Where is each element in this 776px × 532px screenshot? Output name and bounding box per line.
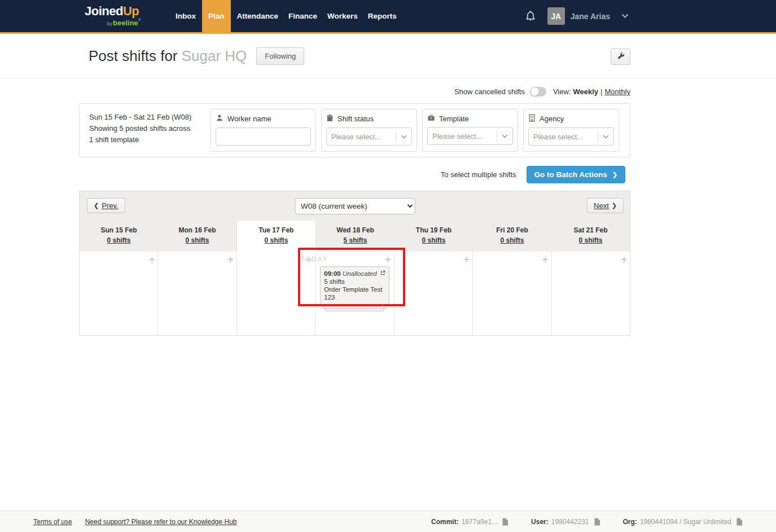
template-select[interactable]: Please select... [427,127,513,145]
add-shift-icon[interactable]: + [542,254,549,265]
nav-item-attendance[interactable]: Attendance [233,0,283,32]
add-shift-icon[interactable]: + [621,254,627,265]
notifications-bell-icon[interactable] [525,10,537,23]
toggle-knob [531,87,539,96]
chevron-down-icon [497,134,512,138]
day-shifts-link-thu[interactable]: 0 shifts [422,236,445,244]
shift-status-label: Shift status [326,114,412,124]
day-name: Sat 21 Feb [551,226,630,234]
shift-time-status: 09:00 Unallocated [324,270,385,278]
agency-select[interactable]: Please select... [528,127,614,146]
add-shift-icon[interactable]: + [227,254,234,265]
shift-status-select[interactable]: Please select... [326,127,412,146]
wrench-icon [616,51,625,62]
document-icon[interactable] [594,518,600,526]
day-name: Thu 19 Feb [394,226,473,234]
add-shift-icon[interactable]: + [385,254,391,265]
logo-text: JoinedUp [85,5,141,17]
worker-name-label: Worker name [216,114,311,124]
page-title: Post shifts for Sugar HQ [89,47,247,65]
day-header-wed: Wed 18 Feb 5 shifts [316,221,394,252]
filter-panel: Sun 15 Feb - Sat 21 Feb (W08) Showing 5 … [79,103,630,157]
week-selector[interactable]: W08 (current week) [295,198,415,214]
day-header-sat: Sat 21 Feb 0 shifts [551,221,630,252]
external-link-icon[interactable] [380,270,386,276]
topbar-right: JA Jane Arias [525,0,628,32]
summary-shift-count: Showing 5 posted shifts across [89,123,205,134]
day-shifts-link-tue[interactable]: 0 shifts [264,236,288,244]
agency-label: Agency [528,114,614,124]
day-name: Fri 20 Feb [473,226,551,234]
user-info: User: 1980442231 [531,518,600,526]
week-navigation: ❮ Prev. W08 (current week) Next ❯ [80,191,630,221]
template-filter: Template Please select... [422,109,518,152]
title-row: Post shifts for Sugar HQ Following [0,34,776,79]
view-weekly-link[interactable]: Weekly [573,87,599,96]
show-cancelled-label: Show cancelled shifts [454,87,525,96]
day-shifts-link-mon[interactable]: 0 shifts [185,236,209,244]
day-cell-sat: + [552,252,630,335]
document-icon[interactable] [502,518,508,526]
shift-count: 5 shifts [324,278,385,285]
day-shifts-link-fri[interactable]: 0 shifts [500,236,524,244]
day-body: + + + TODAY + 09:00 Unallocated 5 shifts [80,252,630,335]
user-icon [216,114,223,124]
template-label: Template [427,114,513,123]
view-separator: | [600,87,602,96]
user-menu-chevron-down-icon[interactable] [622,14,628,18]
view-controls: Show cancelled shifts View: Weekly | Mon… [79,79,630,102]
day-header-sun: Sun 15 Feb 0 shifts [80,221,158,252]
day-cell-sun: + [80,252,158,335]
chevron-right-icon: ❯ [612,202,617,209]
document-icon[interactable] [736,518,743,526]
user-name[interactable]: Jane Arias [571,12,610,21]
terms-of-use-link[interactable]: Terms of use [33,518,72,526]
nav-item-plan[interactable]: Plan [202,0,231,32]
day-cell-tue-today: + TODAY [237,252,315,335]
settings-wrench-button[interactable] [611,49,630,65]
shift-status-filter: Shift status Please select... [321,109,417,152]
day-headers: Sun 15 Feb 0 shifts Mon 16 Feb 0 shifts … [80,221,630,252]
day-header-tue-today: Tue 17 Feb 0 shifts [236,221,316,252]
worker-name-input[interactable] [216,127,311,146]
view-monthly-link[interactable]: Monthly [604,87,630,96]
nav-item-workers[interactable]: Workers [323,0,362,32]
add-shift-icon[interactable]: + [306,254,313,265]
prev-week-button[interactable]: ❮ Prev. [87,198,125,213]
day-shifts-link-wed[interactable]: 5 shifts [343,236,367,244]
shift-card[interactable]: 09:00 Unallocated 5 shifts Order Templat… [320,266,389,311]
nav-item-inbox[interactable]: Inbox [172,0,200,32]
top-navbar: JoinedUp bybeeline® Inbox Plan Attendanc… [0,0,776,34]
add-shift-icon[interactable]: + [149,254,155,265]
chevron-right-icon: ❯ [612,171,617,178]
day-header-thu: Thu 19 Feb 0 shifts [394,221,473,252]
building-icon [528,114,536,124]
batch-actions-row: To select multiple shifts Go to Batch Ac… [79,157,630,191]
week-summary: Sun 15 Feb - Sat 21 Feb (W08) Showing 5 … [85,109,205,152]
day-cell-fri: + [473,252,551,335]
shift-card-body: 09:00 Unallocated 5 shifts Order Templat… [320,266,389,305]
day-name: Wed 18 Feb [316,226,394,234]
clipboard-icon [326,114,334,124]
day-shifts-link-sat[interactable]: 0 shifts [578,236,602,244]
org-info: Org: 1980441094 / Sugar Unlimited [623,518,743,526]
support-knowledge-hub-link[interactable]: Need support? Please refer to our Knowle… [85,518,237,526]
add-shift-icon[interactable]: + [464,254,470,265]
page-footer: Terms of use Need support? Please refer … [0,511,776,532]
summary-template-count: 1 shift template [89,134,205,146]
user-avatar[interactable]: JA [547,7,565,25]
shift-template-name: Order Template Test 123 [324,285,385,301]
briefcase-icon [427,114,435,123]
day-header-fri: Fri 20 Feb 0 shifts [473,221,551,252]
stacked-shift-edge [325,309,384,311]
nav-item-reports[interactable]: Reports [364,0,401,32]
following-button[interactable]: Following [256,47,304,65]
go-to-batch-actions-button[interactable]: Go to Batch Actions ❯ [527,166,625,183]
footer-meta: Commit: 1877a9e1... User: 1980442231 Org… [431,518,743,526]
chevron-down-icon [598,135,613,139]
show-cancelled-toggle[interactable] [530,87,546,96]
nav-item-finance[interactable]: Finance [284,0,321,32]
joinedup-logo[interactable]: JoinedUp bybeeline® [85,0,141,32]
next-week-button[interactable]: Next ❯ [587,198,624,213]
day-shifts-link-sun[interactable]: 0 shifts [107,236,130,244]
